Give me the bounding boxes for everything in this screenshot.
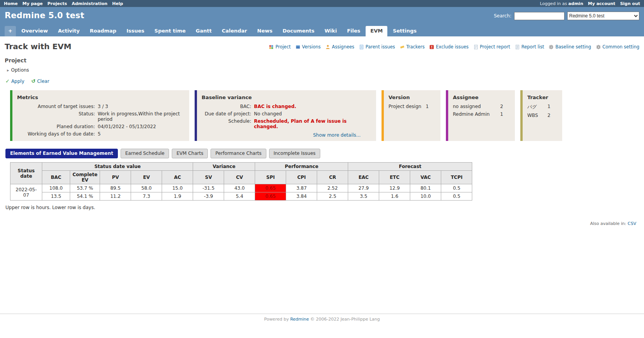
top-menu-right: Logged in as admin My account Sign out — [540, 1, 640, 6]
logged-in-prefix: Logged in as — [540, 1, 567, 6]
table-cell: 3.87 — [286, 184, 317, 192]
column-header-eac: EAC — [348, 171, 379, 184]
view-tab-performance-charts[interactable]: Performance Charts — [211, 149, 266, 158]
tracker-box-title: Tracker — [527, 94, 558, 100]
assignee-box: Assignee no assigned 2 Redmine Admin 1 — [446, 90, 515, 141]
tab-files[interactable]: Files — [342, 26, 365, 36]
tab-news[interactable]: News — [252, 26, 277, 36]
show-more-details-link[interactable]: Show more details... — [313, 132, 361, 138]
apply-button[interactable]: ✓ Apply — [5, 78, 24, 84]
contextual-link-baseline-setting[interactable]: Baseline setting — [549, 44, 591, 50]
metric-value: 5 — [98, 131, 185, 137]
contextual-link-label: Project report — [480, 44, 510, 50]
options-toggle[interactable]: ▸Options — [7, 67, 639, 73]
view-tabs: Elements of Earned Value Management Earn… — [5, 149, 639, 158]
contextual-link-label: Assignees — [332, 44, 354, 50]
version-box: Version Project design 1 — [382, 90, 440, 141]
top-menu-left: Home My page Projects Administration Hel… — [4, 1, 123, 6]
group-header-performance: Performance — [255, 163, 348, 171]
chevron-right-icon: ▸ — [7, 68, 9, 73]
contextual-link-label: Project — [275, 44, 290, 50]
version-label: Project design — [388, 104, 426, 109]
contextual-link-label: Report list — [521, 44, 544, 50]
parent-issues-icon — [359, 45, 364, 50]
tab-issues[interactable]: Issues — [122, 26, 149, 36]
top-menu-administration[interactable]: Administration — [72, 1, 107, 6]
metrics-box-title: Metrics — [17, 94, 185, 100]
view-tab-elements-of-evm[interactable]: Elements of Earned Value Management — [5, 149, 118, 158]
sign-out-link[interactable]: Sign out — [620, 1, 640, 6]
tab-wiki[interactable]: Wiki — [320, 26, 342, 36]
view-tab-incomplete-issues[interactable]: Incomplete Issues — [269, 149, 320, 158]
clear-button[interactable]: ↺ Clear — [31, 78, 49, 84]
table-cell: 108.0 — [42, 184, 70, 192]
common-setting-gear-icon — [596, 45, 601, 50]
evm-table: Status date Status date value Variance P… — [10, 162, 472, 201]
my-account-link[interactable]: My account — [588, 1, 615, 6]
view-tab-evm-charts[interactable]: EVM Charts — [172, 149, 208, 158]
table-cell: 7.3 — [131, 192, 162, 201]
apply-label: Apply — [11, 79, 24, 84]
contextual-link-report-list[interactable]: Report list — [515, 44, 544, 50]
tab-settings[interactable]: Settings — [388, 26, 421, 36]
redmine-link[interactable]: Redmine — [290, 317, 309, 322]
new-tab-button[interactable]: + — [5, 26, 16, 36]
top-menu-home[interactable]: Home — [4, 1, 18, 6]
exclude-issues-icon — [429, 45, 434, 50]
project-icon — [269, 45, 274, 50]
tab-overview[interactable]: Overview — [17, 26, 53, 36]
table-cell: 1.6 — [379, 192, 410, 201]
also-available-label: Also available in: — [590, 221, 626, 226]
version-box-title: Version — [388, 94, 436, 100]
assignee-count: 1 — [500, 112, 510, 117]
tracker-list: バグ 1 WBS 2 — [527, 104, 558, 118]
contextual-link-trackers[interactable]: Trackers — [400, 44, 425, 50]
tab-spent-time[interactable]: Spent time — [150, 26, 190, 36]
tab-roadmap[interactable]: Roadmap — [85, 26, 121, 36]
tab-activity[interactable]: Activity — [53, 26, 84, 36]
clear-label: Clear — [37, 79, 49, 84]
contextual-link-versions[interactable]: Versions — [295, 44, 321, 50]
csv-export-link[interactable]: CSV — [628, 221, 636, 226]
table-cell: 2.5 — [317, 192, 348, 201]
baseline-variance-box: Baseline variance BAC: BAC is changed. D… — [195, 90, 376, 141]
tab-gantt[interactable]: Gantt — [191, 26, 216, 36]
export-row: Also available in: CSV — [5, 221, 639, 226]
project-report-icon — [473, 45, 478, 50]
baseline-value-alert: BAC is changed. — [254, 104, 371, 109]
tab-calendar[interactable]: Calendar — [217, 26, 252, 36]
contextual-link-assignees[interactable]: Assignees — [325, 44, 354, 50]
table-cell: 89.5 — [100, 184, 131, 192]
project-jump-select[interactable]: Redmine 5.0 test — [567, 12, 639, 20]
top-menu-projects[interactable]: Projects — [47, 1, 67, 6]
baseline-value-alert: Rescheduled, Plan of A few issue is chan… — [254, 118, 371, 129]
column-header-status-date: Status date — [10, 163, 42, 184]
version-count: 1 — [426, 104, 436, 109]
search-input[interactable] — [514, 12, 565, 20]
show-more-wrapper: Show more details... — [254, 132, 371, 138]
status-date-cell: 2022-05-07 — [10, 184, 42, 201]
contextual-link-exclude-issues[interactable]: Exclude issues — [429, 44, 468, 50]
table-group-header-row: Status date Status date value Variance P… — [10, 163, 472, 171]
title-row: Track with EVM Project Versions Assignee… — [5, 40, 639, 54]
logged-in-user: admin — [568, 1, 583, 6]
assignee-label: Redmine Admin — [453, 112, 500, 117]
contextual-link-project-report[interactable]: Project report — [473, 44, 510, 50]
contextual-link-label: Baseline setting — [555, 44, 591, 50]
view-tab-earned-schedule[interactable]: Earned Schedule — [121, 149, 169, 158]
top-menu-help[interactable]: Help — [112, 1, 123, 6]
column-header-pv: PV — [100, 171, 131, 184]
tracker-count: 1 — [547, 104, 558, 110]
top-menu-my-page[interactable]: My page — [22, 1, 43, 6]
tab-evm[interactable]: EVM — [366, 26, 387, 36]
table-cell: 3.84 — [286, 192, 317, 201]
column-header-tcpi: TCPI — [441, 171, 472, 184]
metric-label: Status: — [17, 111, 98, 122]
table-note: Upper row is hours. Lower row is days. — [5, 205, 639, 210]
contextual-link-parent-issues[interactable]: Parent issues — [359, 44, 395, 50]
tab-documents[interactable]: Documents — [278, 26, 319, 36]
baseline-label: Schedule: — [202, 118, 254, 129]
table-cell: 11.2 — [100, 192, 131, 201]
contextual-link-project[interactable]: Project — [269, 44, 290, 50]
contextual-link-common-setting[interactable]: Common setting — [596, 44, 639, 50]
